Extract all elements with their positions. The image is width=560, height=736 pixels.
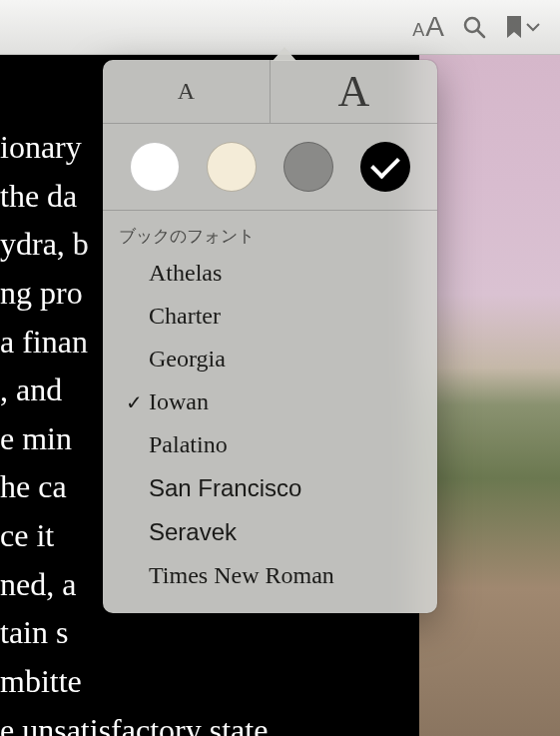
appearance-popover: A A ブックのフォント AthelasCharterGeorgia✓Iowan… bbox=[103, 60, 437, 613]
checkmark-icon: ✓ bbox=[119, 390, 149, 414]
theme-white[interactable] bbox=[130, 142, 180, 192]
font-size-row: A A bbox=[103, 60, 437, 124]
svg-line-1 bbox=[477, 30, 484, 37]
increase-font-button[interactable]: A bbox=[271, 60, 437, 123]
font-option-georgia[interactable]: Georgia bbox=[103, 338, 437, 380]
bookmark-button[interactable] bbox=[504, 14, 540, 40]
font-option-iowan[interactable]: ✓Iowan bbox=[103, 380, 437, 423]
chevron-down-icon bbox=[526, 18, 540, 36]
font-label: Athelas bbox=[149, 260, 222, 287]
search-button[interactable] bbox=[462, 15, 486, 39]
font-section-header: ブックのフォント bbox=[103, 219, 437, 252]
font-option-athelas[interactable]: Athelas bbox=[103, 252, 437, 295]
small-a-icon: A bbox=[412, 20, 424, 41]
theme-sepia[interactable] bbox=[207, 142, 257, 192]
bookmark-icon bbox=[504, 14, 524, 40]
font-option-palatino[interactable]: Palatino bbox=[103, 423, 437, 466]
font-label: Georgia bbox=[149, 346, 226, 372]
appearance-button[interactable]: A A bbox=[412, 11, 444, 43]
font-option-times-new-roman[interactable]: Times New Roman bbox=[103, 554, 437, 597]
search-icon bbox=[462, 15, 486, 39]
font-label: Palatino bbox=[149, 431, 228, 458]
font-label: Iowan bbox=[149, 388, 209, 415]
font-label: San Francisco bbox=[149, 474, 301, 502]
font-option-seravek[interactable]: Seravek bbox=[103, 510, 437, 554]
theme-black[interactable] bbox=[360, 142, 410, 192]
popover-arrow bbox=[273, 47, 296, 61]
font-option-san-francisco[interactable]: San Francisco bbox=[103, 466, 437, 510]
font-list: AthelasCharterGeorgia✓IowanPalatinoSan F… bbox=[103, 252, 437, 597]
font-section: ブックのフォント AthelasCharterGeorgia✓IowanPala… bbox=[103, 211, 437, 613]
font-label: Charter bbox=[149, 303, 221, 330]
decrease-font-button[interactable]: A bbox=[103, 60, 271, 123]
font-label: Seravek bbox=[149, 518, 237, 546]
big-a-icon: A bbox=[425, 11, 444, 43]
theme-gray[interactable] bbox=[283, 142, 333, 192]
font-label: Times New Roman bbox=[149, 562, 334, 589]
theme-row bbox=[103, 124, 437, 211]
font-option-charter[interactable]: Charter bbox=[103, 295, 437, 338]
